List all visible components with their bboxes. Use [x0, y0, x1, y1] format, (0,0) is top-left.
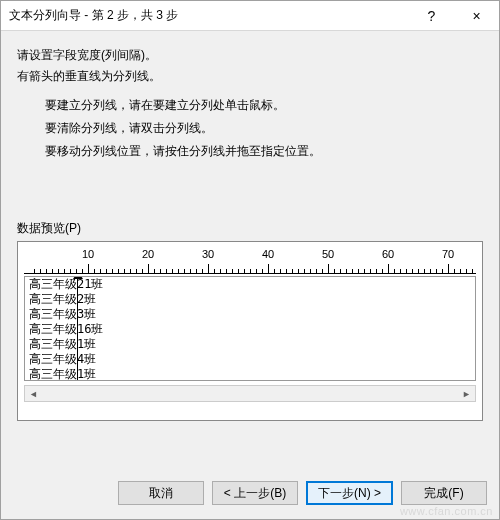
button-row: 取消 < 上一步(B) 下一步(N) > 完成(F) [118, 481, 487, 505]
ruler-tick-label: 20 [142, 248, 154, 260]
ruler[interactable]: 10203040506070 [24, 248, 476, 274]
dialog-body: 请设置字段宽度(列间隔)。 有箭头的垂直线为分列线。 要建立分列线，请在要建立分… [1, 31, 499, 421]
data-row: 高三年级1班 [25, 367, 475, 381]
instruction-line-1: 要建立分列线，请在要建立分列处单击鼠标。 [45, 97, 483, 114]
scroll-right-icon[interactable]: ► [458, 386, 475, 401]
back-button[interactable]: < 上一步(B) [212, 481, 298, 505]
data-row: 高三年级16班 [25, 322, 475, 337]
column-break-arrow-icon [73, 276, 83, 279]
header-line-1: 请设置字段宽度(列间隔)。 [17, 47, 483, 64]
data-row: 高三年级2班 [25, 292, 475, 307]
data-row: 高三年级1班 [25, 337, 475, 352]
instruction-line-2: 要清除分列线，请双击分列线。 [45, 120, 483, 137]
cancel-button[interactable]: 取消 [118, 481, 204, 505]
data-row: 高三年级3班 [25, 307, 475, 322]
data-preview-label: 数据预览(P) [17, 220, 483, 237]
watermark-text: www.cfan.com.cn [400, 505, 493, 517]
ruler-baseline [24, 273, 476, 274]
ruler-tick-label: 40 [262, 248, 274, 260]
close-button[interactable]: × [454, 1, 499, 31]
finish-button[interactable]: 完成(F) [401, 481, 487, 505]
data-area[interactable]: 高三年级21班高三年级2班高三年级3班高三年级16班高三年级1班高三年级4班高三… [24, 276, 476, 381]
data-preview-box: 10203040506070 高三年级21班高三年级2班高三年级3班高三年级16… [17, 241, 483, 421]
ruler-tick-label: 60 [382, 248, 394, 260]
instructions: 要建立分列线，请在要建立分列处单击鼠标。 要清除分列线，请双击分列线。 要移动分… [45, 97, 483, 160]
column-break-line[interactable] [77, 277, 78, 380]
scroll-track[interactable] [42, 386, 458, 401]
horizontal-scrollbar[interactable]: ◄ ► [24, 385, 476, 402]
header-line-2: 有箭头的垂直线为分列线。 [17, 68, 483, 85]
instruction-line-3: 要移动分列线位置，请按住分列线并拖至指定位置。 [45, 143, 483, 160]
window-title: 文本分列向导 - 第 2 步，共 3 步 [9, 7, 409, 24]
next-button[interactable]: 下一步(N) > [306, 481, 393, 505]
help-button[interactable]: ? [409, 1, 454, 31]
ruler-tick-label: 70 [442, 248, 454, 260]
ruler-tick-label: 50 [322, 248, 334, 260]
data-row: 高三年级4班 [25, 352, 475, 367]
data-row: 高三年级21班 [25, 277, 475, 292]
ruler-tick-label: 10 [82, 248, 94, 260]
titlebar: 文本分列向导 - 第 2 步，共 3 步 ? × [1, 1, 499, 31]
scroll-left-icon[interactable]: ◄ [25, 386, 42, 401]
wizard-window: 文本分列向导 - 第 2 步，共 3 步 ? × 请设置字段宽度(列间隔)。 有… [0, 0, 500, 520]
ruler-tick-label: 30 [202, 248, 214, 260]
